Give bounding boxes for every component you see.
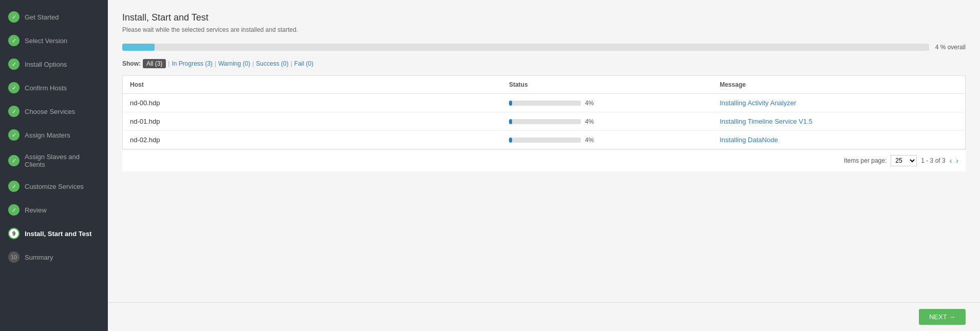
sidebar-label-summary: Summary: [25, 254, 53, 261]
message-cell-1[interactable]: Installing Timeline Service V1.5: [712, 112, 965, 131]
sidebar-label-customize-services: Customize Services: [25, 183, 84, 190]
host-cell-0: nd-00.hdp: [123, 94, 502, 112]
host-cell-1: nd-01.hdp: [123, 112, 502, 131]
message-cell-0[interactable]: Installing Activity Analyzer: [712, 94, 965, 112]
col-status: Status: [502, 76, 712, 94]
filter-warning[interactable]: Warning (0): [218, 60, 250, 67]
filter-all[interactable]: All (3): [143, 59, 166, 68]
next-button[interactable]: NEXT →: [919, 309, 966, 325]
table-row: nd-02.hdp4%Installing DataNode: [123, 131, 966, 149]
sidebar-item-customize-services[interactable]: ✓Customize Services: [0, 174, 108, 198]
sidebar-label-get-started: Get Started: [25, 13, 59, 21]
overall-progress-label: 4 % overall: [935, 44, 966, 51]
install-table: Host Status Message nd-00.hdp4%Installin…: [122, 75, 966, 149]
filter-success[interactable]: Success (0): [256, 60, 288, 67]
step-icon-install-options: ✓: [8, 59, 20, 70]
message-link-2[interactable]: Installing DataNode: [720, 136, 778, 144]
step-icon-summary: 10: [8, 251, 20, 263]
sidebar-item-assign-masters[interactable]: ✓Assign Masters: [0, 123, 108, 147]
items-per-page-label: Items per page:: [844, 157, 887, 164]
content-area: Install, Start and Test Please wait whil…: [108, 0, 980, 302]
step-icon-review: ✓: [8, 204, 20, 216]
row-bar-fill-1: [509, 119, 512, 124]
sidebar: ✓Get Started✓Select Version✓Install Opti…: [0, 0, 108, 331]
step-icon-assign-masters: ✓: [8, 129, 20, 141]
sidebar-item-choose-services[interactable]: ✓Choose Services: [0, 100, 108, 123]
main-panel: Install, Start and Test Please wait whil…: [108, 0, 980, 331]
status-cell-0: 4%: [502, 94, 712, 112]
message-cell-2[interactable]: Installing DataNode: [712, 131, 965, 149]
overall-progress-row: 4 % overall: [122, 44, 966, 51]
step-icon-get-started: ✓: [8, 11, 20, 23]
footer: NEXT →: [108, 302, 980, 331]
step-icon-choose-services: ✓: [8, 106, 20, 117]
step-icon-install-start: 9: [8, 228, 20, 239]
step-icon-confirm-hosts: ✓: [8, 82, 20, 93]
page-title: Install, Start and Test: [122, 12, 966, 23]
per-page-select[interactable]: 25 50 100: [891, 155, 917, 166]
page-subtitle: Please wait while the selected services …: [122, 26, 966, 33]
overall-progress-bar: [122, 44, 929, 51]
status-cell-2: 4%: [502, 131, 712, 149]
sidebar-label-choose-services: Choose Services: [25, 108, 75, 115]
row-pct-1: 4%: [585, 118, 599, 125]
sidebar-label-assign-slaves: Assign Slaves and Clients: [25, 153, 100, 168]
sidebar-label-confirm-hosts: Confirm Hosts: [25, 84, 67, 92]
sidebar-item-assign-slaves[interactable]: ✓Assign Slaves and Clients: [0, 147, 108, 174]
sidebar-label-assign-masters: Assign Masters: [25, 131, 70, 139]
sidebar-item-confirm-hosts[interactable]: ✓Confirm Hosts: [0, 76, 108, 100]
pagination-row: Items per page: 25 50 100 1 - 3 of 3 ‹ ›: [122, 149, 966, 171]
message-link-0[interactable]: Installing Activity Analyzer: [720, 99, 796, 107]
sidebar-item-summary[interactable]: 10Summary: [0, 245, 108, 269]
overall-progress-fill: [122, 44, 155, 51]
row-pct-2: 4%: [585, 137, 599, 144]
filter-row: Show: All (3) | In Progress (3) | Warnin…: [122, 59, 966, 68]
sidebar-item-install-start[interactable]: 9Install, Start and Test: [0, 222, 108, 245]
step-icon-customize-services: ✓: [8, 181, 20, 192]
filter-in-progress[interactable]: In Progress (3): [172, 60, 212, 67]
sidebar-label-install-start: Install, Start and Test: [25, 230, 92, 238]
step-icon-assign-slaves: ✓: [8, 155, 20, 166]
sidebar-label-review: Review: [25, 206, 47, 214]
next-page-button[interactable]: ›: [956, 157, 958, 165]
sidebar-label-install-options: Install Options: [25, 61, 67, 68]
host-cell-2: nd-02.hdp: [123, 131, 502, 149]
sidebar-item-get-started[interactable]: ✓Get Started: [0, 5, 108, 29]
sidebar-item-install-options[interactable]: ✓Install Options: [0, 52, 108, 76]
step-icon-select-version: ✓: [8, 35, 20, 46]
message-link-1[interactable]: Installing Timeline Service V1.5: [720, 118, 813, 125]
prev-page-button[interactable]: ‹: [950, 157, 952, 165]
page-range: 1 - 3 of 3: [921, 157, 945, 164]
show-label: Show:: [122, 60, 141, 67]
row-bar-fill-2: [509, 138, 512, 143]
row-pct-0: 4%: [585, 100, 599, 107]
sidebar-item-review[interactable]: ✓Review: [0, 198, 108, 222]
filter-fail[interactable]: Fail (0): [294, 60, 313, 67]
table-row: nd-00.hdp4%Installing Activity Analyzer: [123, 94, 966, 112]
table-row: nd-01.hdp4%Installing Timeline Service V…: [123, 112, 966, 131]
status-cell-1: 4%: [502, 112, 712, 131]
row-bar-fill-0: [509, 101, 512, 106]
sidebar-item-select-version[interactable]: ✓Select Version: [0, 29, 108, 52]
col-message: Message: [712, 76, 965, 94]
col-host: Host: [123, 76, 502, 94]
sidebar-label-select-version: Select Version: [25, 37, 67, 45]
